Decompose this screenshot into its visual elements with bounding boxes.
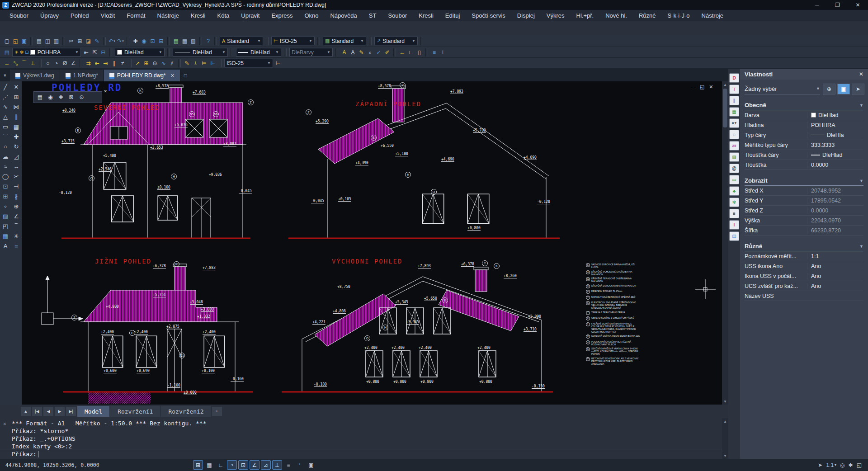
plant-icon[interactable]: ✻ xyxy=(729,198,739,207)
extend-icon[interactable]: ⊣ xyxy=(12,182,21,191)
dim-text-edit-icon[interactable]: ✎ xyxy=(183,59,191,67)
grid-icon[interactable]: ⊞ xyxy=(193,460,203,470)
expand-icon[interactable]: ▲ xyxy=(21,407,31,416)
fullscreen-icon[interactable]: ◱ xyxy=(857,462,862,468)
text-style-combo[interactable]: AStandard▼ xyxy=(220,37,263,45)
ortho-icon[interactable]: ∟ xyxy=(216,460,226,470)
dim-jogged-icon[interactable]: ◔ xyxy=(52,59,61,67)
make-block-icon[interactable]: ⊞ xyxy=(1,192,10,201)
line-icon[interactable]: ╱ xyxy=(1,82,10,92)
dim-space-icon[interactable]: ∥ xyxy=(110,59,118,67)
property-value[interactable]: 1:1 xyxy=(807,253,863,259)
menu-edituj[interactable]: Edituj xyxy=(439,10,466,21)
last-tab-icon[interactable]: ▶| xyxy=(66,407,76,416)
layer-properties-icon[interactable]: ▤ xyxy=(172,37,180,45)
property-value[interactable]: 333.3333 xyxy=(807,142,863,148)
rotate-icon[interactable]: ↻ xyxy=(12,142,21,151)
dim-baseline-icon[interactable]: ⇤ xyxy=(93,59,101,67)
scroll-up-icon[interactable]: ▲ xyxy=(722,418,728,424)
menu-form-t[interactable]: Formát xyxy=(121,10,151,21)
bulb-icon[interactable]: ☀ xyxy=(14,50,19,55)
close-icon[interactable]: ✕ xyxy=(104,89,107,94)
point-icon[interactable]: ∘ xyxy=(1,202,10,211)
layout-tab-rozvržení2[interactable]: Rozvržení2 xyxy=(161,406,211,417)
layout-tab-model[interactable]: Model xyxy=(77,406,109,417)
next-tab-icon[interactable]: ▶ xyxy=(55,407,65,416)
dim-aligned-icon[interactable]: ⤡ xyxy=(11,59,20,67)
close-icon[interactable]: ✕ xyxy=(170,73,175,79)
cut-icon[interactable]: ✂ xyxy=(67,37,75,45)
scale-25-icon[interactable]: 25 xyxy=(729,141,739,151)
dim-linear-icon[interactable]: ↔ xyxy=(398,48,406,57)
publish-icon[interactable]: ▥ xyxy=(52,37,61,45)
minimize-icon[interactable]: ─ xyxy=(692,84,695,90)
annotation-scale-combo[interactable]: 1:1▾ xyxy=(826,462,836,468)
scale-icon[interactable]: ◿ xyxy=(12,152,21,161)
menu-n-pov-da[interactable]: Nápověda xyxy=(324,10,363,21)
property-value[interactable]: 0.0000 xyxy=(807,162,863,168)
mleader-style-combo[interactable]: ↗Standard▼ xyxy=(374,37,418,45)
canvas-vertical-scrollbar[interactable]: ▲ ▼ xyxy=(722,81,728,405)
mleader-icon[interactable]: ↗ xyxy=(133,59,142,67)
plot-icon[interactable]: ▤ xyxy=(35,37,43,45)
dim-linear-icon[interactable]: ↔ xyxy=(3,59,11,67)
dim-style-combo-2[interactable]: ISO-25▼ xyxy=(224,59,273,67)
mtext-icon[interactable]: A xyxy=(340,48,349,57)
dim-angular-icon[interactable]: ∠ xyxy=(69,59,78,67)
doc-tab-v-kres1-dwg[interactable]: Výkres1.dwg xyxy=(10,70,60,81)
plot-icon[interactable]: ▤ xyxy=(36,93,44,102)
dim-break-icon[interactable]: ≠ xyxy=(118,59,127,67)
undo-icon[interactable]: ↶▾ xyxy=(108,37,116,45)
dim-style-apply-icon[interactable]: ⊩ xyxy=(208,59,217,67)
dim-text-angle-icon[interactable]: ± xyxy=(191,59,200,67)
arc-icon[interactable]: ⌒ xyxy=(1,132,10,141)
menu-st[interactable]: ST xyxy=(363,10,382,21)
new-layout-icon[interactable]: + xyxy=(212,407,222,416)
select-objects-icon[interactable]: ▣ xyxy=(837,84,850,94)
break-icon[interactable]: ∦ xyxy=(12,192,21,201)
layout-viewports-icon[interactable]: ▧ xyxy=(189,37,198,45)
insert-block-icon[interactable]: ⊡ xyxy=(1,182,10,191)
menu-r-zn-[interactable]: Různé xyxy=(633,10,662,21)
dim-radius-icon[interactable]: ○ xyxy=(43,59,52,67)
fillet-icon[interactable]: ⌒ xyxy=(12,221,21,231)
mirror-icon[interactable]: ⋈ xyxy=(12,102,21,112)
tab-list-icon[interactable]: ▼ xyxy=(0,70,10,81)
plot-preview-icon[interactable]: ◫ xyxy=(43,37,52,45)
dim-edit-icon[interactable]: ∟ xyxy=(406,48,415,57)
zoom-window-icon[interactable]: ⊡ xyxy=(148,37,157,45)
list-icon[interactable]: ≡ xyxy=(430,48,439,57)
table-style-combo[interactable]: ▦Standard▼ xyxy=(323,37,366,45)
zoom-previous-icon[interactable]: ⊟ xyxy=(157,37,165,45)
polyline-icon[interactable]: ∿ xyxy=(1,102,10,112)
scroll-down-icon[interactable]: ▼ xyxy=(722,452,728,459)
pan-icon[interactable]: ✚ xyxy=(57,93,65,102)
drawing-canvas[interactable]: SEVERNÍ POHLED+8,578+7,683+8,240+5,076+3… xyxy=(22,81,722,405)
first-tab-icon[interactable]: |◀ xyxy=(32,407,42,416)
paste-icon[interactable]: ◪ xyxy=(84,37,93,45)
property-value[interactable]: POHHRA xyxy=(807,122,863,128)
kt-tool-icon[interactable]: KT xyxy=(729,118,739,128)
menu-s-k-i-j-o[interactable]: S-k-i-J-o xyxy=(661,10,695,21)
move-icon[interactable]: ✚ xyxy=(12,132,21,141)
color-combo[interactable]: DleHlad▼ xyxy=(115,48,165,57)
dim-ordinate-icon[interactable]: ⊥ xyxy=(28,59,37,67)
dim-override-icon[interactable]: ⊨ xyxy=(200,59,208,67)
make-layer-current-icon[interactable]: ⊟ xyxy=(99,48,108,57)
monitor-icon[interactable]: ▭ xyxy=(729,175,739,184)
minimize-icon[interactable]: ─ xyxy=(807,0,827,10)
dim-style-manager-icon[interactable]: D xyxy=(729,73,739,83)
layout-tab-rozvržení1[interactable]: Rozvržení1 xyxy=(110,406,160,417)
isolate-objects-icon[interactable]: ◎ xyxy=(840,462,844,468)
polygon-icon[interactable]: △ xyxy=(1,112,10,122)
circle-icon[interactable]: ○ xyxy=(1,142,10,151)
menu-soubor[interactable]: Soubor xyxy=(4,10,34,21)
menu-nov-hl-[interactable]: Nové hl. xyxy=(599,10,633,21)
dim-tool-icon[interactable]: ⊤ xyxy=(729,85,739,94)
command-window[interactable]: ✕ *** Formát - A1 Měřítko - 1:50.0 *** B… xyxy=(0,418,722,459)
at-circle-icon[interactable]: @ xyxy=(729,164,739,173)
lock-icon[interactable]: ⊡ xyxy=(25,50,28,55)
property-value[interactable]: DleHla xyxy=(807,132,863,138)
section-header[interactable]: Obecně▼ xyxy=(745,102,863,110)
linetype-combo[interactable]: DleHlad▼ xyxy=(173,48,228,57)
